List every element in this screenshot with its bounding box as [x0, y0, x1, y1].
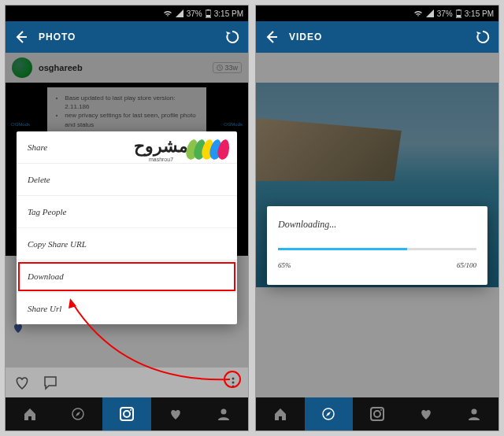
- progress-bar: [278, 248, 476, 250]
- menu-download[interactable]: Download: [17, 260, 237, 293]
- download-title: Downloading...: [278, 219, 476, 231]
- nav-profile[interactable]: [199, 397, 248, 430]
- menu-tag-people[interactable]: Tag People: [17, 196, 237, 228]
- like-icon[interactable]: [13, 374, 31, 391]
- battery-pct: 37%: [437, 9, 453, 18]
- content-area: osghareeb 33w OGMods Base updated to las…: [6, 53, 248, 397]
- page-title: PHOTO: [39, 31, 215, 42]
- comment-icon[interactable]: [42, 374, 59, 391]
- phone-right: 37% 3:15 PM VIDEO Downloading... 65% 65/…: [255, 5, 499, 431]
- svg-rect-15: [457, 15, 461, 17]
- menu-delete[interactable]: Delete: [17, 164, 237, 196]
- nav-home[interactable]: [256, 397, 305, 430]
- nav-activity[interactable]: [402, 397, 450, 430]
- svg-point-10: [124, 411, 130, 417]
- clock-time: 3:15 PM: [465, 9, 494, 18]
- svg-point-11: [130, 409, 132, 411]
- refresh-icon[interactable]: [224, 29, 240, 45]
- signal-icon: [176, 9, 183, 17]
- progress-labels: 65% 65/100: [278, 261, 476, 269]
- nav-profile[interactable]: [450, 397, 498, 430]
- nav-activity[interactable]: [151, 397, 200, 430]
- back-icon[interactable]: [264, 29, 280, 45]
- battery-icon: [206, 9, 211, 18]
- refresh-icon[interactable]: [475, 29, 491, 45]
- menu-copy-url[interactable]: Copy Share URL: [17, 228, 237, 260]
- battery-icon: [456, 9, 461, 18]
- phone-left: 37% 3:15 PM PHOTO osghareeb 33w OGMods B…: [5, 5, 249, 431]
- nav-discover[interactable]: [54, 397, 103, 430]
- status-bar: 37% 3:15 PM: [6, 6, 248, 21]
- nav-home[interactable]: [6, 397, 54, 430]
- app-header: PHOTO: [6, 21, 248, 53]
- svg-point-19: [380, 409, 382, 411]
- menu-share[interactable]: Share: [17, 131, 237, 164]
- wifi-icon: [413, 9, 423, 17]
- page-title: VIDEO: [289, 31, 465, 42]
- bottom-nav: [6, 397, 248, 430]
- download-dialog: Downloading... 65% 65/100: [267, 206, 487, 285]
- svg-rect-2: [206, 15, 210, 17]
- progress-fill: [278, 248, 407, 250]
- svg-point-12: [221, 409, 227, 415]
- signal-icon: [426, 9, 434, 17]
- content-area: Downloading... 65% 65/100: [256, 53, 498, 397]
- progress-count: 65/100: [457, 261, 476, 269]
- svg-point-6: [232, 382, 235, 384]
- options-menu: مشروح mashrou7 Share Delete Tag People C…: [17, 131, 237, 324]
- status-bar: 37% 3:15 PM: [256, 6, 498, 21]
- wifi-icon: [163, 9, 172, 17]
- progress-percent: 65%: [278, 261, 291, 269]
- clock-time: 3:15 PM: [214, 9, 243, 18]
- battery-pct: 37%: [187, 9, 202, 18]
- svg-point-18: [374, 411, 380, 417]
- more-icon[interactable]: [226, 375, 240, 390]
- app-header: VIDEO: [256, 21, 498, 53]
- nav-discover[interactable]: [305, 397, 354, 430]
- svg-point-7: [232, 386, 235, 388]
- menu-share-url[interactable]: Share Url: [17, 293, 237, 324]
- back-icon[interactable]: [13, 29, 29, 45]
- nav-camera[interactable]: [102, 397, 151, 430]
- bottom-nav: [256, 397, 498, 430]
- nav-camera[interactable]: [353, 397, 402, 430]
- svg-point-5: [232, 378, 235, 380]
- post-actions: [6, 368, 248, 397]
- svg-point-20: [472, 409, 477, 415]
